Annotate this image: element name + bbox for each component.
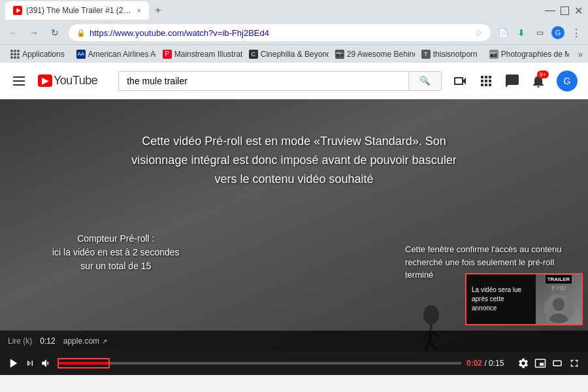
ad-timer: 0:12 — [40, 336, 55, 346]
pinterest-favicon: P — [163, 50, 172, 59]
progress-bar[interactable] — [57, 362, 461, 365]
svg-point-22 — [553, 298, 564, 311]
ad-site[interactable]: apple.com ↗ — [63, 336, 107, 346]
tab-close-icon[interactable]: × — [137, 7, 141, 14]
bookmark-aa[interactable]: AA American Airlines Ac... — [71, 48, 156, 60]
search-input[interactable] — [118, 71, 408, 91]
address-input-wrapper[interactable]: 🔒 https://www.youtube.com/watch?v=ib-Fhj… — [68, 24, 491, 42]
theater-button[interactable] — [551, 357, 563, 369]
external-link-icon: ↗ — [102, 338, 107, 345]
trailer-badge: TRAILER — [546, 275, 572, 284]
video-controls-bar: 0:02 / 0:15 — [0, 351, 588, 375]
bookmark-apps-label: Applications — [22, 50, 65, 59]
more-bookmarks-icon[interactable]: » — [578, 49, 583, 59]
address-actions: 📄 ⬇ ▭ G ⋮ — [497, 26, 583, 39]
time-display: 0:02 / 0:15 — [466, 359, 512, 368]
minimize-icon[interactable]: — — [545, 5, 555, 16]
bookmark-notporn-label: thisisnotporn — [433, 50, 478, 59]
hamburger-line — [13, 84, 25, 86]
post-ad-thumbnail: La vidéo sera lue après cette annonce TR… — [465, 273, 583, 325]
thumbnail-image: TRAILER E HD — [536, 274, 581, 324]
hamburger-line — [13, 76, 25, 78]
bookmark-notporn[interactable]: T thisisnotporn — [416, 48, 483, 60]
post-ad-text: La vidéo sera lue après cette annonce — [466, 274, 536, 324]
bookmark-photos-label: Photographies de M... — [501, 50, 569, 59]
bookmark-cinephilia[interactable]: C Cinephilia & Beyond — [244, 48, 329, 60]
hamburger-line — [13, 80, 25, 82]
search-button[interactable]: 🔍 — [408, 71, 442, 91]
apps-grid-icon[interactable] — [478, 73, 494, 89]
chat-icon[interactable] — [504, 73, 520, 89]
youtube-logo-text: YouTube — [54, 74, 97, 88]
svg-point-15 — [423, 305, 439, 325]
notporn-favicon: T — [421, 50, 431, 59]
next-button[interactable] — [25, 358, 35, 368]
bookmark-pinterest[interactable]: P Mainstream Illustrati... — [157, 48, 242, 60]
bookmark-pinterest-label: Mainstream Illustrati... — [174, 50, 242, 59]
youtube-logo-icon: ▶ — [38, 74, 52, 87]
restore-icon[interactable] — [561, 7, 569, 15]
cast-icon[interactable]: ▭ — [533, 26, 546, 39]
account-circle-icon[interactable]: G — [551, 26, 564, 39]
video-camera-icon[interactable] — [452, 73, 468, 89]
bookmark-behind-label: 29 Awesome Behind... — [347, 50, 415, 59]
settings-button[interactable] — [517, 357, 529, 369]
notification-badge: 9+ — [537, 71, 549, 78]
back-button[interactable]: ← — [5, 25, 21, 41]
right-controls — [517, 357, 580, 369]
youtube-logo[interactable]: ▶ YouTube — [38, 74, 97, 88]
download-icon[interactable]: ⬇ — [515, 26, 528, 39]
close-icon[interactable]: ✕ — [574, 5, 583, 17]
current-time: 0:02 — [466, 359, 482, 368]
bookmark-behind[interactable]: 📷 29 Awesome Behind... — [330, 48, 415, 60]
ad-info-bar: Lire (k) 0:12 apple.com ↗ — [0, 331, 588, 351]
search-icon: 🔍 — [419, 76, 431, 86]
address-bar: ← → ↻ 🔒 https://www.youtube.com/watch?v=… — [0, 21, 588, 44]
url-text: https://www.youtube.com/watch?v=ib-Fhj2B… — [90, 28, 474, 38]
bookmarks-bar: Applications AA American Airlines Ac... … — [0, 44, 588, 63]
header-icons: 9+ G — [452, 71, 578, 91]
video-container: Cette vidéo Pré-roll est en mode «Truvie… — [0, 99, 588, 351]
youtube-header: ▶ YouTube 🔍 9+ G — [0, 63, 588, 99]
fullscreen-button[interactable] — [568, 357, 580, 369]
volume-button[interactable] — [41, 357, 52, 369]
preroll-counter-annotation: Compteur Pré-roll : ici la vidéo en est … — [52, 232, 180, 273]
hamburger-menu-button[interactable] — [10, 74, 27, 88]
cinephilia-favicon: C — [249, 50, 258, 59]
miniplayer-button[interactable] — [534, 357, 546, 369]
aa-favicon: AA — [76, 50, 86, 59]
svg-marker-24 — [10, 359, 18, 368]
time-bracket — [57, 358, 110, 368]
bookmark-photos[interactable]: 📷 Photographies de M... — [484, 48, 569, 60]
new-tab-button[interactable]: + — [149, 1, 167, 20]
active-tab[interactable]: (391) The Mule Trailer #1 (2018) ... × — [5, 1, 149, 20]
title-bar: (391) The Mule Trailer #1 (2018) ... × +… — [0, 0, 588, 21]
user-avatar[interactable]: G — [557, 71, 578, 91]
lock-icon: 🔒 — [76, 29, 86, 37]
tab-favicon — [13, 6, 22, 15]
bookmark-cinephilia-label: Cinephilia & Beyond — [261, 50, 329, 59]
play-pause-button[interactable] — [8, 357, 20, 369]
total-time: 0:15 — [489, 359, 504, 368]
apps-grid-icon — [10, 50, 20, 59]
ad-play-label: Lire (k) — [8, 336, 32, 346]
bookmark-star-icon[interactable]: ☆ — [474, 27, 483, 38]
tab-area: (391) The Mule Trailer #1 (2018) ... × + — [5, 1, 545, 20]
pdf-icon[interactable]: 📄 — [497, 26, 510, 39]
thumbnail-person — [544, 294, 574, 323]
search-bar[interactable]: 🔍 — [118, 71, 442, 91]
forward-button[interactable]: → — [26, 25, 42, 41]
menu-icon[interactable]: ⋮ — [570, 26, 583, 39]
progress-bar-background — [57, 362, 461, 365]
behind-favicon: 📷 — [335, 50, 344, 59]
hd-badge: E HD — [551, 285, 566, 291]
photos-favicon: 📷 — [489, 50, 498, 59]
bookmark-apps[interactable]: Applications — [5, 48, 70, 60]
preroll-annotation-main: Cette vidéo Pré-roll est en mode «Truvie… — [131, 132, 457, 188]
notification-bell-icon[interactable]: 9+ — [531, 73, 546, 89]
bookmark-aa-label: American Airlines Ac... — [88, 50, 156, 59]
refresh-button[interactable]: ↻ — [47, 25, 63, 41]
tab-title: (391) The Mule Trailer #1 (2018) ... — [26, 6, 132, 15]
window-controls: — ✕ — [545, 5, 583, 17]
